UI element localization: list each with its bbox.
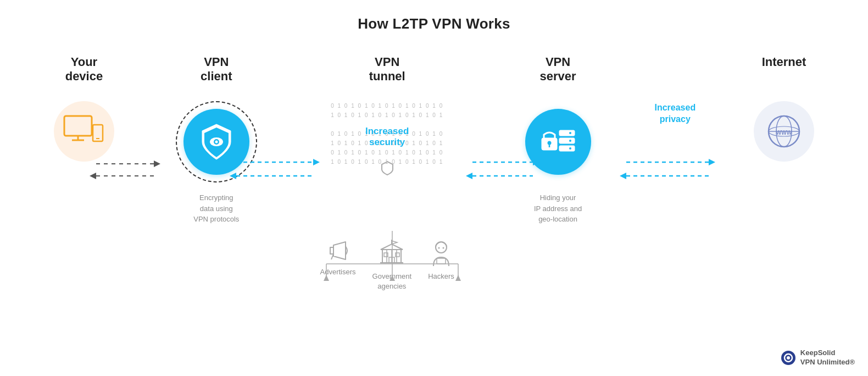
vpn-tunnel-column: VPN tunnel 0 1 0 1 0 1 0 1 0 1 0 1 0 1 0… — [313, 55, 461, 291]
advertisers-item: Advertisers — [320, 239, 356, 277]
svg-text:WWW: WWW — [776, 130, 792, 136]
svg-rect-52 — [559, 146, 575, 151]
government-agencies-label: Governmentagencies — [372, 272, 412, 291]
vpn-server-column: VPN server — [514, 55, 602, 225]
svg-point-45 — [438, 247, 439, 249]
shield-eye-icon — [199, 122, 234, 162]
svg-point-63 — [787, 356, 790, 360]
vpn-client-column: VPN client Encrypting data using — [173, 55, 260, 225]
svg-point-53 — [569, 132, 571, 134]
svg-rect-24 — [64, 116, 92, 136]
svg-rect-40 — [396, 253, 399, 257]
svg-rect-39 — [384, 253, 388, 257]
device-svg — [63, 115, 104, 148]
svg-rect-44 — [437, 258, 446, 264]
vpn-client-label: VPN client — [201, 55, 232, 85]
svg-point-46 — [442, 247, 444, 249]
privacy-section: Increased privacy — [654, 102, 695, 125]
keepsolid-logo-icon — [781, 350, 796, 366]
vpn-server-circle — [525, 109, 591, 175]
government-icon — [378, 239, 405, 267]
vpn-server-wrapper — [518, 101, 599, 183]
hackers-item: Hackers — [428, 239, 454, 281]
hackers-label: Hackers — [428, 272, 454, 281]
diagram-container: How L2TP VPN Works — [0, 0, 868, 376]
government-agencies-item: Governmentagencies — [372, 239, 412, 291]
svg-point-55 — [569, 147, 571, 150]
vpn-client-wrapper — [176, 101, 257, 183]
svg-marker-33 — [381, 244, 403, 250]
svg-point-31 — [215, 141, 218, 143]
advertisers-icon — [326, 239, 350, 263]
svg-point-48 — [547, 141, 551, 145]
product-name: VPN Unlimited® — [800, 358, 855, 366]
hackers-icon — [429, 239, 453, 267]
tunnel-shield-icon — [381, 161, 394, 178]
your-device-label: Your device — [65, 55, 103, 85]
vpn-tunnel-label: VPN tunnel — [369, 55, 405, 85]
svg-rect-51 — [559, 138, 575, 143]
device-icon — [54, 101, 114, 162]
svg-rect-50 — [559, 130, 575, 136]
internet-column: Internet WWW — [748, 55, 820, 162]
vpn-client-circle — [183, 109, 249, 175]
vpn-server-sub: Hiding your IP address and geo-location — [534, 192, 582, 225]
vpn-server-label: VPN server — [540, 55, 576, 85]
brand-name: KeepSolid — [800, 349, 836, 357]
tunnel-visual: 0 1 0 1 0 1 0 1 0 1 0 1 0 1 0 1 0 1 0 1 … — [313, 101, 461, 173]
page-title: How L2TP VPN Works — [0, 0, 868, 32]
threats-container: Advertisers — [320, 239, 454, 291]
watermark: KeepSolid VPN Unlimited® — [781, 349, 855, 367]
vpn-client-sub: Encrypting data using VPN protocols — [193, 192, 239, 225]
globe-icon: WWW — [765, 113, 803, 150]
increased-security-text: Increased security — [350, 126, 424, 148]
advertisers-label: Advertisers — [320, 267, 356, 277]
internet-label: Internet — [762, 55, 806, 85]
watermark-text: KeepSolid VPN Unlimited® — [800, 349, 855, 367]
svg-point-54 — [569, 140, 571, 142]
privacy-text: Increased privacy — [654, 102, 695, 125]
server-lock-icon — [539, 125, 577, 159]
your-device-column: Your device — [48, 55, 120, 162]
internet-icon: WWW — [754, 101, 814, 162]
